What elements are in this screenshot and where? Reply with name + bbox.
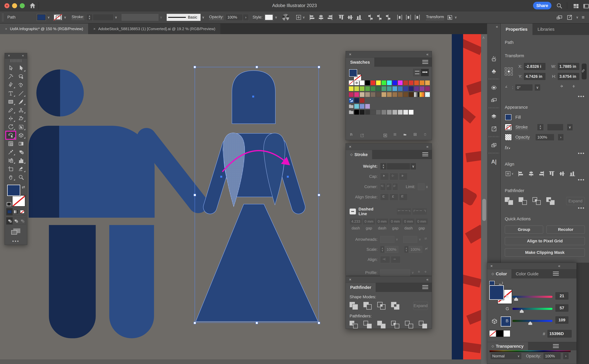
prop-minus-front-icon[interactable] — [519, 197, 527, 205]
stroke-weight-chevron[interactable]: ∨ — [113, 15, 119, 19]
none-mode-button[interactable] — [19, 208, 26, 215]
distribute-vertical-center-icon[interactable] — [376, 14, 383, 21]
scrollbar-thumb[interactable] — [482, 199, 486, 221]
swatch-gradbw[interactable] — [414, 92, 419, 97]
arrowhead-start-select[interactable] — [380, 236, 394, 243]
link-scale-icon[interactable] — [425, 247, 428, 252]
selection-handle-e[interactable] — [318, 194, 320, 196]
opacity-value[interactable]: 100% — [225, 14, 243, 21]
align-right-icon[interactable] — [327, 14, 333, 21]
draw-inside-button[interactable] — [19, 217, 26, 224]
transform-link[interactable]: Transform — [426, 15, 444, 20]
weight-chevron[interactable]: ∨ — [410, 163, 416, 170]
swap-fill-stroke-icon[interactable]: ⇄ — [22, 185, 25, 189]
swatch-452d17[interactable] — [409, 92, 414, 97]
gradient-mode-button[interactable] — [13, 208, 19, 215]
appearance-stroke-weight[interactable] — [547, 124, 563, 130]
gap-field-2[interactable] — [389, 218, 402, 225]
swatch-845f3a[interactable] — [398, 92, 403, 97]
corner-bevel-button[interactable] — [393, 183, 398, 190]
selection-bounding-box[interactable] — [195, 67, 319, 323]
dock-options-icon[interactable] — [566, 14, 573, 21]
pen-tool[interactable] — [6, 81, 16, 89]
prop-align-bottom-icon[interactable] — [569, 170, 576, 177]
select-similar-chevron[interactable]: ∨ — [453, 15, 458, 19]
trim-icon[interactable] — [363, 321, 372, 328]
blend-tool[interactable] — [16, 148, 26, 156]
opacity-flyout-button[interactable]: › — [243, 14, 249, 21]
prop-align-center-v-icon[interactable] — [559, 170, 565, 177]
dock-options-chevron[interactable]: ∨ — [576, 15, 578, 19]
cap-butt-button[interactable] — [380, 173, 389, 180]
align-bottom-icon[interactable] — [356, 14, 362, 21]
swatch-check[interactable] — [425, 92, 430, 97]
dash-preset-2-button[interactable] — [412, 208, 427, 215]
swatch-1b1b1b[interactable] — [360, 110, 365, 115]
rotate-tool[interactable] — [6, 123, 16, 131]
arrow-align-tip-button[interactable] — [380, 256, 390, 263]
workspace-switcher-icon[interactable] — [583, 3, 589, 10]
lasso-tool[interactable] — [16, 72, 26, 81]
selection-tool[interactable] — [6, 64, 16, 72]
draw-normal-button[interactable] — [6, 217, 13, 224]
swatch-dd5527[interactable] — [414, 80, 419, 85]
swatch-b49bd5[interactable] — [365, 104, 370, 109]
appearance-opacity-flyout[interactable]: › — [558, 134, 564, 141]
swatches-collapse-icon[interactable]: « — [426, 52, 428, 57]
g-slider[interactable] — [512, 308, 552, 310]
tab-properties[interactable]: Properties — [501, 24, 532, 35]
swatch-a42a28[interactable] — [360, 98, 365, 103]
stroke-collapse-diamond-icon[interactable]: ◇ — [350, 153, 353, 156]
tools-grip[interactable] — [10, 59, 21, 62]
prop-exclude-icon[interactable] — [546, 197, 555, 205]
align-to-chevron[interactable]: ∨ — [302, 15, 306, 19]
transparency-opacity-value[interactable]: 100% — [543, 353, 561, 359]
male-figure-head[interactable] — [36, 69, 84, 117]
draw-behind-button[interactable] — [13, 217, 19, 224]
corner-round-button[interactable] — [386, 183, 392, 190]
artwork-red-strip[interactable] — [463, 34, 481, 364]
distribute-space-h3-icon[interactable] — [414, 14, 421, 21]
slice-tool[interactable] — [16, 165, 26, 173]
pathfinder-collapse-icon[interactable]: « — [426, 277, 428, 282]
flip-vertical-icon[interactable] — [572, 84, 578, 91]
scissors-tool[interactable] — [16, 106, 26, 114]
align-to-selection-icon[interactable] — [295, 14, 302, 21]
paintbrush-tool[interactable] — [16, 98, 26, 106]
swatch-8e2a6d[interactable] — [425, 86, 430, 91]
fill-dropdown-chevron[interactable]: ∨ — [46, 15, 51, 19]
swatch-cecece[interactable] — [398, 110, 403, 115]
swatch-51a9d9[interactable] — [392, 86, 397, 91]
make-clipping-mask-button[interactable]: Make Clipping Mask — [505, 248, 585, 257]
transform-y-field[interactable] — [524, 73, 546, 80]
align-top-icon[interactable] — [338, 14, 345, 21]
swatch-000000[interactable] — [354, 110, 359, 115]
swatch-dd3380[interactable] — [354, 92, 359, 97]
gradient-tool[interactable] — [16, 139, 26, 148]
swatch-5d5147[interactable] — [376, 92, 381, 97]
arrow-align-end-button[interactable] — [391, 256, 401, 263]
new-swatch-icon[interactable] — [413, 133, 418, 138]
layers-panel-icon[interactable] — [487, 111, 501, 122]
pathfinder-panel-icon[interactable] — [487, 140, 501, 150]
exclude-icon[interactable] — [391, 302, 399, 310]
prop-unite-icon[interactable] — [505, 197, 513, 205]
swatch-70c6d8[interactable] — [354, 104, 359, 109]
swatch-63368f[interactable] — [414, 86, 419, 91]
swatch-7b6b5d[interactable] — [370, 92, 375, 97]
symbol-sprayer-tool[interactable] — [6, 156, 16, 165]
r-slider[interactable] — [512, 296, 552, 298]
corner-miter-button[interactable] — [380, 183, 386, 190]
appearance-opacity-value[interactable]: 100% — [535, 134, 554, 141]
flip-along-icon[interactable] — [417, 270, 421, 275]
align-center-vertical-icon[interactable] — [347, 14, 354, 21]
share-button[interactable]: Share — [533, 2, 551, 9]
vertical-scrollbar[interactable]: ∧ — [481, 34, 487, 364]
swatch-343f9b[interactable] — [403, 86, 408, 91]
stroke-dropdown-chevron[interactable]: ∨ — [62, 15, 68, 19]
swatches-menu-icon[interactable] — [422, 60, 428, 64]
swatch-eaa94e[interactable] — [425, 80, 430, 85]
document-tab-inactive[interactable]: × AdobeStock_588138853 (1) [Converted].a… — [88, 24, 220, 34]
rectangle-tool[interactable] — [6, 98, 16, 106]
swatch-2f6b44[interactable] — [376, 86, 381, 91]
